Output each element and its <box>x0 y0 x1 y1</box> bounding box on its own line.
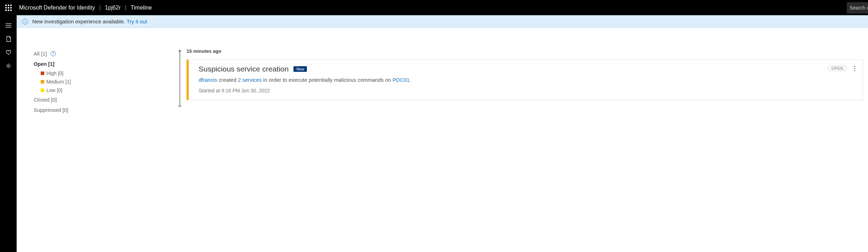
timeline-dot <box>179 50 181 52</box>
filter-panel: All [1] ? Open [1] High [0] Medium [1] <box>17 48 179 252</box>
timeline: 15 minutes ago OPEN Suspicious service c… <box>179 48 868 252</box>
filter-medium[interactable]: Medium [1] <box>34 78 179 86</box>
left-rail <box>0 15 17 252</box>
filter-suppressed-label: Suppressed <box>34 107 61 113</box>
alert-object-link[interactable]: 2 services <box>238 77 262 83</box>
breadcrumb-separator: | <box>125 5 126 11</box>
alert-card-actions: OPEN <box>828 65 857 71</box>
severity-swatch-high <box>41 71 44 75</box>
info-icon: i <box>22 19 28 24</box>
filter-closed-count: [0] <box>51 97 57 103</box>
filter-suppressed[interactable]: Suppressed [0] <box>34 105 179 115</box>
alert-target-link[interactable]: PDC01 <box>393 77 410 83</box>
more-actions-icon[interactable] <box>852 66 857 71</box>
new-badge: New <box>293 66 307 72</box>
breadcrumb-section[interactable]: Timeline <box>131 5 152 11</box>
waffle-grid-icon <box>5 5 12 11</box>
reports-icon[interactable] <box>1 32 16 46</box>
menu-icon[interactable] <box>1 19 16 32</box>
filter-open-count: [1] <box>48 61 55 67</box>
alert-description: dfrancis created 2 services in order to … <box>199 77 854 83</box>
breadcrumb-workspace[interactable]: 1pj62r <box>105 5 120 11</box>
alert-actor-link[interactable]: dfrancis <box>199 77 217 83</box>
filter-closed-label: Closed <box>34 97 50 103</box>
filter-low-label: Low <box>46 87 56 93</box>
breadcrumb-separator: | <box>99 5 101 11</box>
alert-card[interactable]: OPEN Suspicious service creation New dfr… <box>187 59 863 100</box>
filter-high-count: [0] <box>58 70 64 76</box>
filter-closed[interactable]: Closed [0] <box>34 94 179 105</box>
filter-medium-count: [1] <box>65 79 71 85</box>
info-banner: i New investigation experience available… <box>17 15 868 28</box>
alert-mid: in order to execute potentially maliciou… <box>262 77 392 83</box>
severity-swatch-low <box>41 88 44 92</box>
gear-icon[interactable] <box>1 59 16 73</box>
filter-all-count: [1] <box>41 51 47 57</box>
filter-high[interactable]: High [0] <box>34 69 179 78</box>
timeline-timestamp: 15 minutes ago <box>187 48 868 54</box>
alert-tail: . <box>410 77 411 83</box>
timeline-endcap <box>178 106 182 107</box>
search-input[interactable]: Search users, <box>847 2 868 13</box>
filter-open[interactable]: Open [1] <box>34 59 179 69</box>
breadcrumb-product[interactable]: Microsoft Defender for Identity <box>19 5 95 11</box>
svg-point-3 <box>7 65 9 67</box>
filter-open-label: Open <box>34 61 47 67</box>
filter-suppressed-count: [0] <box>62 107 68 113</box>
alert-title: Suspicious service creation <box>199 65 289 73</box>
banner-link[interactable]: Try it out <box>127 18 147 24</box>
alert-verb: created <box>217 77 238 83</box>
severity-swatch-medium <box>41 80 44 84</box>
filter-low-count: [0] <box>57 87 63 93</box>
filter-all-label: All <box>34 51 40 57</box>
filter-all[interactable]: All [1] ? <box>34 48 179 59</box>
banner-text: New investigation experience available. <box>32 18 125 24</box>
app-launcher-icon[interactable] <box>3 2 14 13</box>
alert-started-at: Started at 9:16 PM Jun 30, 2022 <box>199 88 854 93</box>
breadcrumb: Microsoft Defender for Identity | 1pj62r… <box>19 5 152 11</box>
filter-high-label: High <box>46 70 57 76</box>
health-icon[interactable] <box>1 46 16 59</box>
timeline-rail <box>179 51 180 107</box>
app-header: Microsoft Defender for Identity | 1pj62r… <box>0 0 868 15</box>
filter-medium-label: Medium <box>46 79 64 85</box>
status-badge[interactable]: OPEN <box>828 65 847 71</box>
filter-low[interactable]: Low [0] <box>34 86 179 94</box>
help-icon[interactable]: ? <box>51 51 56 56</box>
alert-header: Suspicious service creation New <box>199 65 854 73</box>
